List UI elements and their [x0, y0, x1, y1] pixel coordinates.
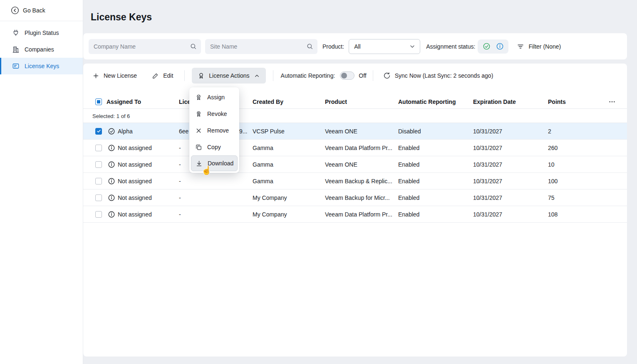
- row-checkbox[interactable]: [95, 178, 102, 184]
- row-checkbox[interactable]: [95, 194, 102, 201]
- ribbon-icon: [198, 72, 205, 79]
- pencil-icon: [152, 72, 159, 79]
- column-header-expiration-date[interactable]: Expiration Date: [473, 98, 516, 105]
- new-license-button[interactable]: New License: [92, 72, 137, 79]
- assigned-to-cell: Not assigned: [118, 178, 152, 184]
- assigned-to-cell: Not assigned: [118, 211, 152, 218]
- download-icon: [196, 160, 203, 167]
- menu-item-revoke[interactable]: Revoke: [189, 106, 239, 122]
- table-row[interactable]: Not assigned - My Company Veeam Data Pla…: [83, 206, 627, 223]
- product-cell: Veeam ONE: [325, 128, 357, 135]
- row-checkbox[interactable]: [95, 128, 102, 135]
- product-select-value: All: [354, 43, 361, 50]
- sidebar-item-label: Companies: [25, 46, 54, 53]
- points-cell: 2: [548, 128, 551, 135]
- created-by-cell: My Company: [253, 211, 287, 218]
- selection-summary-row: Selected: 1 of 6: [83, 109, 627, 123]
- table-row[interactable]: Not assigned - My Company Veeam Backup f…: [83, 189, 627, 206]
- product-cell: Veeam Backup for Micr...: [325, 194, 390, 201]
- toolbar-divider: [184, 70, 185, 81]
- sync-now-label: Sync Now (Last Sync: 2 seconds ago): [395, 72, 493, 79]
- menu-item-remove[interactable]: Remove: [189, 122, 239, 139]
- table-toolbar: New License Edit License Actions Automat…: [83, 64, 627, 88]
- sidebar-item-companies[interactable]: Companies: [0, 41, 83, 58]
- filter-button-label: Filter (None): [528, 43, 561, 50]
- license-card-icon: [12, 62, 20, 70]
- license-id-cell: -: [179, 194, 181, 201]
- sync-icon: [383, 72, 391, 79]
- site-name-input[interactable]: [205, 43, 317, 50]
- not-assigned-status-icon: [108, 211, 115, 218]
- search-icon: [306, 43, 313, 50]
- plugin-icon: [12, 29, 20, 37]
- table-row[interactable]: Not assigned - Gamma Veeam Data Platform…: [83, 140, 627, 156]
- assigned-filter-toggle[interactable]: [480, 41, 493, 52]
- assigned-to-cell: Not assigned: [118, 194, 152, 201]
- menu-item-assign[interactable]: Assign: [189, 89, 239, 106]
- product-filter-label: Product:: [322, 43, 344, 50]
- product-select[interactable]: All: [349, 39, 420, 54]
- column-header-automatic-reporting[interactable]: Automatic Reporting: [398, 98, 456, 105]
- license-id-cell: -: [179, 211, 181, 218]
- sidebar-divider: [0, 21, 83, 21]
- assignment-status-toggle-group: [478, 39, 508, 54]
- column-header-assigned-to[interactable]: Assigned To: [107, 98, 141, 105]
- column-header-product[interactable]: Product: [325, 98, 347, 105]
- table-row[interactable]: Not assigned - Gamma Veeam ONE Enabled 1…: [83, 156, 627, 173]
- chevron-down-icon: [409, 43, 416, 50]
- menu-item-download[interactable]: Download: [191, 155, 238, 171]
- expiration-date-cell: 10/31/2027: [473, 145, 502, 151]
- license-id-cell: -: [179, 161, 181, 168]
- toolbar-divider: [373, 70, 373, 81]
- chevron-up-icon: [254, 73, 260, 79]
- points-cell: 100: [548, 178, 558, 184]
- expiration-date-cell: 10/31/2027: [473, 211, 502, 218]
- copy-icon: [195, 144, 202, 151]
- plus-icon: [92, 72, 99, 79]
- not-assigned-status-icon: [108, 177, 115, 185]
- expiration-date-cell: 10/31/2027: [473, 178, 502, 184]
- license-keys-panel: New License Edit License Actions Automat…: [83, 64, 627, 357]
- table-row[interactable]: Alpha 6ee 9... VCSP Pulse Veeam ONE Disa…: [83, 123, 627, 140]
- select-all-checkbox[interactable]: [95, 98, 102, 105]
- column-header-created-by[interactable]: Created By: [253, 98, 283, 105]
- row-checkbox[interactable]: [95, 211, 102, 218]
- sidebar-item-license-keys[interactable]: License Keys: [0, 58, 83, 74]
- license-id-cell: -: [179, 178, 181, 184]
- sidebar-item-plugin-status[interactable]: Plugin Status: [0, 25, 83, 41]
- expiration-date-cell: 10/31/2027: [473, 128, 502, 135]
- column-header-points[interactable]: Points: [548, 98, 566, 105]
- building-icon: [12, 46, 20, 53]
- filter-bar: Product: All Assignment status: Filter (…: [83, 33, 627, 59]
- site-search: [205, 39, 317, 54]
- automatic-reporting-cell: Disabled: [398, 128, 421, 135]
- sync-now-button[interactable]: Sync Now (Last Sync: 2 seconds ago): [383, 72, 493, 79]
- license-id-cell: 6ee: [179, 128, 188, 135]
- page-title: License Keys: [91, 12, 152, 23]
- license-actions-button[interactable]: License Actions: [192, 68, 265, 84]
- automatic-reporting-state: Off: [359, 72, 366, 79]
- column-options-button[interactable]: [608, 98, 616, 106]
- automatic-reporting-cell: Enabled: [398, 194, 419, 201]
- assignment-status-label: Assignment status:: [426, 43, 475, 50]
- not-assigned-status-icon: [108, 144, 115, 152]
- filter-button[interactable]: Filter (None): [517, 43, 561, 50]
- company-name-input[interactable]: [89, 43, 201, 50]
- product-cell: Veeam ONE: [325, 161, 357, 168]
- row-checkbox[interactable]: [95, 161, 102, 168]
- product-cell: Veeam Data Platform Pr...: [325, 211, 392, 218]
- menu-item-copy[interactable]: Copy: [189, 139, 239, 155]
- assigned-to-cell: Alpha: [118, 128, 133, 135]
- x-icon: [195, 127, 202, 134]
- created-by-cell: Gamma: [253, 145, 273, 151]
- row-checkbox[interactable]: [95, 145, 102, 151]
- edit-button[interactable]: Edit: [152, 72, 173, 79]
- go-back-button[interactable]: Go Back: [0, 0, 83, 21]
- automatic-reporting-toggle[interactable]: [340, 71, 354, 80]
- table-header-row: Assigned To License ID Created By Produc…: [83, 95, 627, 109]
- not-assigned-filter-toggle[interactable]: [493, 41, 506, 52]
- menu-item-label: Copy: [207, 144, 221, 150]
- selection-summary: Selected: 1 of 6: [92, 113, 130, 119]
- table-row[interactable]: Not assigned - Gamma Veeam Backup & Repl…: [83, 173, 627, 189]
- expiration-date-cell: 10/31/2027: [473, 194, 502, 201]
